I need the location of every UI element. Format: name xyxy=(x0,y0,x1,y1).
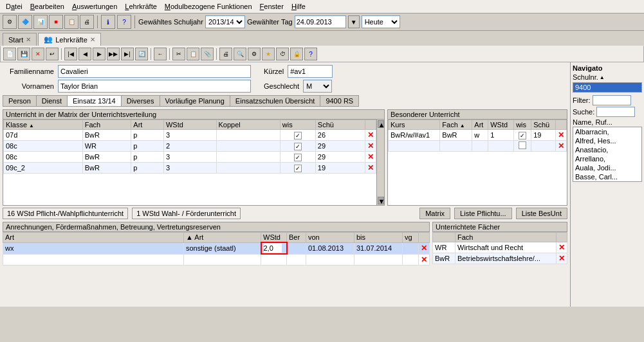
tb2-last[interactable]: ▶| xyxy=(121,48,134,60)
bes-col-schue[interactable]: Schü xyxy=(531,120,556,130)
tb2-print[interactable]: 🖨 xyxy=(219,48,232,60)
anr-col-wstd[interactable]: WStd xyxy=(261,233,287,243)
sub-tab-einsatz[interactable]: Einsatz 13/14 xyxy=(67,95,121,107)
bes-delete-2[interactable]: ✕ xyxy=(558,141,564,150)
anr-col-bis[interactable]: bis xyxy=(354,233,403,243)
delete-row-3[interactable]: ✕ xyxy=(367,152,374,161)
col-art[interactable]: Art xyxy=(131,120,164,130)
menu-modul[interactable]: Modulbezogene Funktionen xyxy=(161,1,255,12)
menu-lehrkraefte[interactable]: Lehrkräfte xyxy=(122,1,160,12)
schulnr-item-9400[interactable]: 9400 xyxy=(573,83,641,92)
unterricht-scrollbar[interactable]: ▲ ▼ xyxy=(376,120,384,205)
tab-lehrkraefte[interactable]: 👥 Lehrkräfte ✕ xyxy=(38,33,101,46)
sub-tab-dienst[interactable]: Dienst xyxy=(36,95,67,107)
tb2-delete[interactable]: ✕ xyxy=(32,48,44,60)
col-wis[interactable]: wis xyxy=(280,120,315,130)
anr-col-art2[interactable]: ▲ Art xyxy=(184,233,261,243)
calendar-btn[interactable]: ▼ xyxy=(348,15,360,28)
tb2-help[interactable]: ? xyxy=(304,48,317,60)
tb2-lock[interactable]: 🔒 xyxy=(290,48,303,60)
toolbar-btn-1[interactable]: ⚙ xyxy=(3,15,17,29)
fach-col-code[interactable] xyxy=(433,233,455,242)
liste-besunt-btn[interactable]: Liste BesUnt xyxy=(516,208,567,219)
heute-select[interactable]: Heute xyxy=(362,15,400,28)
delete-row-1[interactable]: ✕ xyxy=(367,130,374,140)
fach-row-2[interactable]: BwR Betriebswirtschaftslehre/... ✕ xyxy=(433,253,567,264)
sub-tab-einsatzschulen[interactable]: Einsatzschulen Übersicht xyxy=(230,95,320,107)
wstd-input[interactable] xyxy=(264,244,282,253)
anr-row-2[interactable]: ✕ xyxy=(3,254,430,265)
schulnr-sort[interactable]: ▲ xyxy=(600,75,605,80)
suche-input[interactable] xyxy=(596,107,635,117)
col-klasse[interactable]: Klasse ▲ xyxy=(4,120,83,130)
anr-col-vg[interactable]: vg xyxy=(403,233,419,243)
liste-pflicht-btn[interactable]: Liste Pflichtu... xyxy=(454,208,512,219)
tb2-last-skip[interactable]: ▶▶ xyxy=(107,48,120,60)
name-item-5[interactable]: Auala, Jodi... xyxy=(573,163,641,172)
fach-delete-1[interactable]: ✕ xyxy=(558,243,565,252)
table-row[interactable]: BwR/w/#av1 BwR w 1 ✓ 19 ✕ xyxy=(389,130,567,141)
tab-lehrkraefte-close[interactable]: ✕ xyxy=(90,36,95,43)
toolbar-btn-4[interactable]: ■ xyxy=(49,15,63,29)
menu-auswertungen[interactable]: Auswertungen xyxy=(69,1,120,12)
col-schue[interactable]: Schü xyxy=(315,120,365,130)
anr-col-von[interactable]: von xyxy=(306,233,354,243)
tb2-refresh[interactable]: 🔄 xyxy=(135,48,148,60)
toolbar-btn-help[interactable]: ? xyxy=(117,15,131,29)
fach-row-1[interactable]: WR Wirtschaft und Recht ✕ xyxy=(433,242,567,253)
tab-start-close[interactable]: ✕ xyxy=(26,36,31,43)
anr-row-1[interactable]: wx sonstige (staatl) 01.08.2013 31.07.20… xyxy=(3,242,430,254)
tb2-search[interactable]: 🔍 xyxy=(234,48,246,60)
tb2-copy[interactable]: 📋 xyxy=(187,48,199,60)
delete-row-4[interactable]: ✕ xyxy=(367,163,374,172)
bes-col-wis[interactable]: wis xyxy=(514,120,531,130)
table-row[interactable]: 07d BwR p 3 ✓ 26 ✕ xyxy=(4,130,376,141)
tb2-undo[interactable]: ↩ xyxy=(46,48,59,60)
name-item-2[interactable]: Alfred, Hes... xyxy=(573,136,641,145)
toolbar-btn-2[interactable]: 🔷 xyxy=(18,15,32,29)
tb2-paste[interactable]: 📎 xyxy=(201,48,214,60)
anr-delete-1[interactable]: ✕ xyxy=(421,244,427,253)
table-row[interactable]: 08c BwR p 3 ✓ 29 ✕ xyxy=(4,152,376,163)
geschlecht-select[interactable]: M xyxy=(303,80,332,93)
col-wstd[interactable]: WStd xyxy=(163,120,216,130)
kuerzel-input[interactable] xyxy=(288,65,333,78)
tab-start[interactable]: Start ✕ xyxy=(3,33,37,46)
tb2-cut[interactable]: ✂ xyxy=(172,48,185,60)
toolbar-btn-5[interactable]: 📋 xyxy=(64,15,78,29)
bes-col-fach[interactable]: Fach ▲ xyxy=(440,120,472,130)
toolbar-btn-3[interactable]: 📊 xyxy=(33,15,48,29)
matrix-btn[interactable]: Matrix xyxy=(419,208,450,219)
menu-fenster[interactable]: Fenster xyxy=(257,1,287,12)
menu-bearbeiten[interactable]: Bearbeiten xyxy=(27,1,68,12)
tb2-clock[interactable]: ⏱ xyxy=(276,48,289,60)
sub-tab-vorläufig[interactable]: Vorläufige Planung xyxy=(160,95,230,107)
menu-datei[interactable]: Datei xyxy=(3,1,26,12)
toolbar-btn-6[interactable]: 🖨 xyxy=(80,15,94,29)
tb2-save[interactable]: 💾 xyxy=(17,48,30,60)
anr-delete-2[interactable]: ✕ xyxy=(421,255,427,264)
name-item-1[interactable]: Albarracin, xyxy=(573,127,641,136)
vorname-input[interactable] xyxy=(58,80,251,93)
delete-row-2[interactable]: ✕ xyxy=(367,141,374,150)
familienname-input[interactable] xyxy=(58,65,251,78)
tb2-settings[interactable]: ⚙ xyxy=(248,48,261,60)
menu-hilfe[interactable]: Hilfe xyxy=(288,1,309,12)
sub-tab-9400[interactable]: 9400 RS xyxy=(320,95,359,107)
col-fach[interactable]: Fach xyxy=(82,120,131,130)
sub-tab-person[interactable]: Person xyxy=(3,95,36,107)
tb2-first[interactable]: |◀ xyxy=(64,48,77,60)
sub-tab-diverses[interactable]: Diverses xyxy=(121,95,160,107)
name-item-4[interactable]: Arrellano, xyxy=(573,154,641,163)
table-row[interactable]: ✕ xyxy=(389,141,567,152)
tb2-new[interactable]: 📄 xyxy=(3,48,16,60)
tb2-yellow[interactable]: ★ xyxy=(262,48,275,60)
tb2-back[interactable]: ← xyxy=(154,48,167,60)
anr-col-art1[interactable]: Art xyxy=(3,233,184,243)
toolbar-btn-info[interactable]: ℹ xyxy=(101,15,115,29)
tb2-next[interactable]: ▶ xyxy=(93,48,106,60)
name-item-6[interactable]: Basse, Carl... xyxy=(573,172,641,181)
name-item-3[interactable]: Anastacio, xyxy=(573,145,641,154)
tag-input[interactable] xyxy=(295,15,346,28)
table-row[interactable]: 08c WR p 2 ✓ 29 ✕ xyxy=(4,141,376,152)
